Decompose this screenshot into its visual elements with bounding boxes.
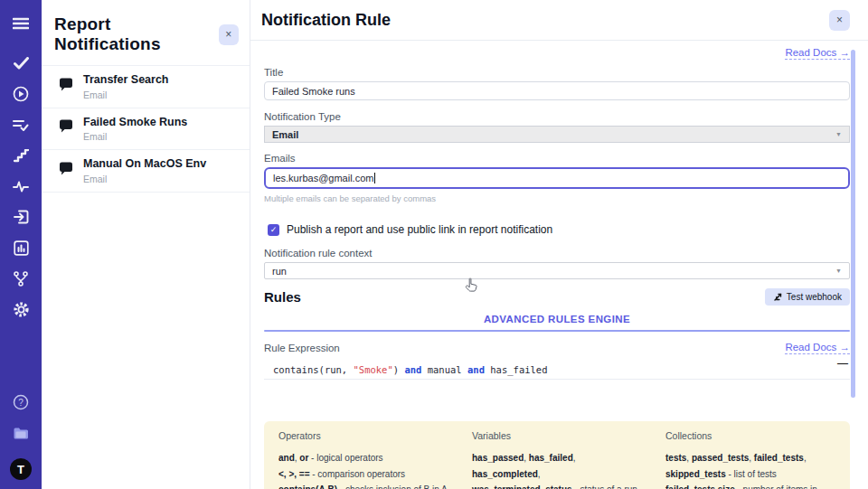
folder-icon[interactable] (10, 422, 32, 444)
pulse-icon[interactable] (10, 175, 32, 197)
logo[interactable]: T (10, 458, 32, 480)
chevron-down-icon: ▼ (835, 268, 842, 274)
publish-checkbox-label: Publish a report and use public link in … (287, 223, 552, 236)
help-line: and, or - logical operators (278, 450, 448, 466)
notification-rule-title: Manual On MacOS Env (83, 157, 206, 172)
speech-bubble-icon (58, 78, 74, 96)
main-close-button[interactable]: × (829, 10, 850, 31)
emails-label: Emails (264, 153, 850, 164)
read-docs-link-top[interactable]: Read Docs → (785, 47, 850, 60)
list-check-icon[interactable] (10, 114, 32, 136)
rule-expression-label: Rule Expression (264, 343, 340, 353)
report-notifications-panel: Report Notifications × Transfer SearchEm… (42, 0, 250, 489)
resize-handle[interactable]: — (837, 357, 848, 370)
context-select[interactable]: run ▼ (264, 262, 850, 279)
play-circle-icon[interactable] (10, 83, 32, 105)
tab-underline (264, 330, 850, 332)
title-input[interactable]: Failed Smoke runs (264, 81, 850, 100)
gear-icon[interactable] (10, 298, 32, 320)
context-label: Notification rule context (264, 248, 850, 259)
notification-type-label: Notification Type (264, 111, 850, 122)
test-webhook-button[interactable]: Test webhook (765, 288, 850, 306)
notification-rule-list: Transfer SearchEmailFailed Smoke RunsEma… (42, 65, 250, 193)
notification-rule-item[interactable]: Manual On MacOS EnvEmail (42, 150, 250, 193)
help-line: contains(A,B) - checks inclusion of B in… (278, 482, 448, 489)
speech-bubble-icon (58, 119, 74, 137)
help-line: <, >, == - comparison operators (278, 466, 448, 483)
check-icon[interactable] (10, 52, 32, 74)
help-line: was_terminated, status - status of a run (472, 482, 642, 489)
help-column: Collectionstests, passed_tests, failed_t… (665, 430, 835, 489)
notification-rule-channel: Email (83, 174, 206, 184)
help-icon[interactable]: ? (10, 391, 32, 413)
notification-type-select[interactable]: Email ▼ (264, 126, 850, 143)
title-field-label: Title (264, 67, 850, 78)
help-column-header: Collections (665, 430, 835, 441)
emails-input[interactable]: les.kurbas@gmail.com (264, 167, 850, 189)
notification-rule-panel: Notification Rule × Read Docs → Title Fa… (250, 0, 868, 489)
webhook-arrows-icon (773, 293, 782, 302)
icon-rail: ? T (0, 0, 42, 489)
text-cursor (374, 173, 375, 183)
vertical-scrollbar[interactable] (851, 50, 855, 398)
rule-expression-editor[interactable]: — contains(run, "Smoke") and manual and … (264, 362, 850, 418)
rule-expression-code[interactable]: contains(run, "Smoke") and manual and ha… (264, 362, 850, 380)
help-column-header: Operators (278, 430, 448, 441)
branch-icon[interactable] (10, 268, 32, 289)
app-window: ? T Report Notifications × Transfer Sear… (0, 0, 868, 489)
expression-help-box: Operatorsand, or - logical operators<, >… (264, 421, 850, 489)
notification-rule-item[interactable]: Transfer SearchEmail (42, 66, 250, 108)
chevron-down-icon: ▼ (835, 131, 842, 137)
import-icon[interactable] (10, 206, 32, 228)
emails-helper-text: Multiple emails can be separated by comm… (264, 193, 850, 203)
panel-close-button[interactable]: × (219, 24, 240, 45)
svg-text:?: ? (18, 398, 24, 408)
notification-rule-item[interactable]: Failed Smoke RunsEmail (42, 108, 250, 151)
notification-rule-title: Failed Smoke Runs (83, 116, 187, 130)
panel-title: Report Notifications (54, 14, 219, 54)
help-line: failed_tests.size - number of items in c… (665, 482, 835, 489)
steps-icon[interactable] (10, 145, 32, 166)
bar-chart-icon[interactable] (10, 237, 32, 259)
page-title: Notification Rule (261, 11, 391, 30)
notification-rule-title: Transfer Search (83, 73, 169, 88)
help-line: has_passed, has_failed, has_completed, (472, 450, 642, 482)
menu-icon[interactable] (10, 13, 32, 34)
rules-heading: Rules (264, 289, 301, 305)
publish-checkbox[interactable]: ✓ (268, 224, 279, 236)
help-line: tests, passed_tests, failed_tests, skipp… (665, 450, 835, 482)
help-column: Variableshas_passed, has_failed, has_com… (472, 430, 642, 489)
help-column-header: Variables (472, 430, 642, 441)
read-docs-link-rules[interactable]: Read Docs → (785, 342, 850, 354)
tab-advanced-rules-engine[interactable]: ADVANCED RULES ENGINE (478, 311, 636, 330)
notification-rule-channel: Email (83, 89, 169, 100)
help-column: Operatorsand, or - logical operators<, >… (278, 430, 448, 489)
speech-bubble-icon (58, 162, 74, 180)
notification-rule-channel: Email (83, 131, 187, 142)
